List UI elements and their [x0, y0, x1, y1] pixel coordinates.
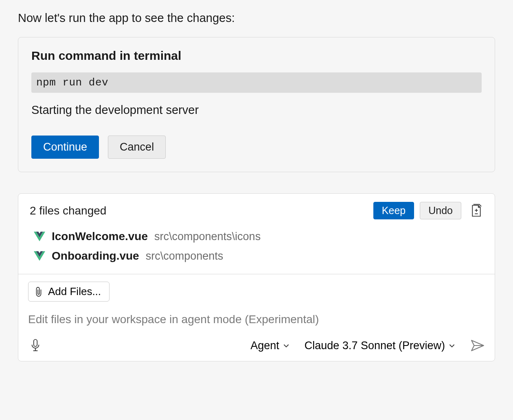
file-row[interactable]: IconWelcome.vue src\components\icons: [30, 227, 483, 246]
intro-text: Now let's run the app to see the changes…: [18, 11, 495, 25]
mode-select[interactable]: Agent: [250, 339, 290, 352]
terminal-command: npm run dev: [31, 72, 482, 93]
mode-label: Agent: [250, 339, 279, 352]
undo-button[interactable]: Undo: [420, 202, 461, 219]
svg-rect-3: [34, 339, 37, 346]
paperclip-icon: [34, 287, 43, 297]
chevron-down-icon: [448, 342, 456, 349]
terminal-button-row: Continue Cancel: [31, 136, 482, 159]
vue-icon: [34, 251, 45, 261]
add-files-button[interactable]: Add Files...: [28, 282, 110, 302]
continue-button[interactable]: Continue: [31, 136, 99, 159]
diff-icon[interactable]: [469, 203, 483, 219]
terminal-card: Run command in terminal npm run dev Star…: [18, 37, 495, 172]
terminal-description: Starting the development server: [31, 103, 482, 117]
bottom-row: Agent Claude 3.7 Sonnet (Preview): [28, 338, 485, 353]
send-icon: [471, 339, 484, 352]
file-list: IconWelcome.vue src\components\icons Onb…: [18, 224, 495, 274]
changes-card: 2 files changed Keep Undo IconWelcome.vu…: [18, 193, 495, 361]
file-name: Onboarding.vue: [52, 249, 139, 262]
changes-header: 2 files changed Keep Undo: [18, 194, 495, 224]
file-path: src\components: [146, 250, 224, 262]
file-path: src\components\icons: [154, 230, 261, 243]
vue-icon: [34, 231, 45, 242]
send-button[interactable]: [470, 338, 485, 353]
terminal-title: Run command in terminal: [31, 49, 482, 63]
prompt-input[interactable]: [28, 313, 485, 326]
input-zone: Add Files... Agent Claude 3.7 Sonnet (Pr…: [18, 274, 495, 361]
file-row[interactable]: Onboarding.vue src\components: [30, 246, 483, 266]
file-name: IconWelcome.vue: [52, 230, 148, 243]
model-select[interactable]: Claude 3.7 Sonnet (Preview): [305, 339, 456, 352]
add-files-label: Add Files...: [48, 285, 101, 298]
keep-button[interactable]: Keep: [373, 202, 414, 219]
microphone-icon: [30, 339, 41, 352]
microphone-button[interactable]: [28, 338, 43, 353]
changes-title: 2 files changed: [30, 204, 368, 217]
chevron-down-icon: [283, 342, 290, 349]
cancel-button[interactable]: Cancel: [108, 136, 166, 159]
model-label: Claude 3.7 Sonnet (Preview): [305, 339, 445, 352]
